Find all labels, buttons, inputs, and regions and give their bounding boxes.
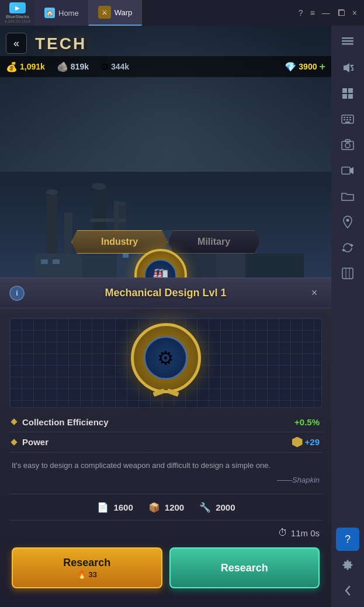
svg-point-20 — [46, 189, 58, 195]
help-control[interactable]: ? — [299, 8, 303, 18]
research-gold-sub: 🔥 33 — [77, 570, 97, 579]
svg-rect-33 — [348, 94, 353, 99]
warp-tab-label: Warp — [115, 8, 133, 17]
research-gold-button[interactable]: Research 🔥 33 — [12, 547, 162, 588]
sidebar-settings-icon[interactable] — [336, 553, 359, 577]
research-gold-label: Research — [63, 557, 110, 569]
sidebar-expand-icon[interactable] — [336, 30, 359, 54]
svg-rect-13 — [53, 259, 60, 264]
cost-money-value: 1600 — [113, 502, 133, 512]
modal-attribution: ——Shapkin — [9, 473, 322, 489]
svg-rect-32 — [342, 94, 347, 99]
research-cost-num: 33 — [89, 570, 97, 579]
box-icon: 📦 — [147, 501, 161, 513]
fire-icon: 🔥 — [77, 570, 86, 579]
menu-control[interactable]: ≡ — [310, 8, 315, 18]
svg-rect-41 — [345, 122, 350, 123]
svg-marker-46 — [350, 167, 353, 174]
sidebar-volume-icon[interactable] — [336, 56, 359, 79]
window-controls: ? ≡ — ⧠ × — [299, 8, 364, 18]
modal-title: Mechanical Design Lvl 1 — [25, 287, 307, 299]
timer-row: ⏱ 11m 0s — [9, 525, 322, 543]
tech-title: TECH — [35, 34, 86, 53]
tab-warp[interactable]: ⚔ Warp — [89, 0, 143, 26]
minimize-control[interactable]: — — [322, 8, 330, 18]
svg-rect-39 — [346, 119, 348, 120]
wrench-icon: 🔧 — [198, 501, 212, 513]
cost-row: 📄 1600 📦 1200 🔧 2000 — [9, 494, 322, 521]
svg-rect-25 — [342, 43, 353, 45]
stat-power: Power +29 — [9, 432, 322, 453]
home-tab-label: Home — [58, 9, 79, 18]
tab-home[interactable]: 🏠 Home — [35, 0, 89, 26]
modal-gear-inner: ⚙ — [144, 336, 188, 380]
sidebar-location-icon[interactable] — [336, 210, 359, 234]
modal-content: ⚙ Collection Efficiency +0.5% — [0, 308, 331, 608]
svg-rect-12 — [41, 259, 48, 264]
modal-icon-area: ⚙ — [15, 323, 317, 393]
svg-rect-42 — [342, 141, 353, 150]
cost-box: 📦 1200 — [147, 501, 184, 513]
sidebar-keyboard-icon[interactable] — [336, 107, 359, 131]
svg-rect-45 — [342, 167, 350, 174]
sidebar-resize-icon[interactable] — [336, 262, 359, 285]
sidebar-refresh-icon[interactable] — [336, 236, 359, 259]
sidebar-screenshot-icon[interactable] — [336, 133, 359, 157]
bs-version: 4.240.20.1016 — [5, 19, 31, 23]
modal-panel: i Mechanical Design Lvl 1 × ⚙ — [0, 278, 331, 608]
restore-control[interactable]: ⧠ — [337, 8, 345, 18]
svg-rect-44 — [345, 140, 350, 142]
close-control[interactable]: × — [352, 8, 357, 18]
svg-rect-37 — [349, 117, 351, 118]
resource-bar: 💰 1,091k 🪨 819k ⚙ 344k 💎 3900 + — [0, 56, 331, 77]
svg-rect-31 — [348, 88, 353, 93]
close-button[interactable]: × — [307, 286, 322, 301]
stats-container: Collection Efficiency +0.5% Power +29 — [9, 412, 322, 453]
modal-gear-big: ⚙ — [131, 323, 201, 393]
gold-resource: 💰 1,091k — [6, 61, 45, 72]
sidebar-record-icon[interactable] — [336, 159, 359, 182]
help-icon: ? — [345, 533, 351, 546]
modal-header: i Mechanical Design Lvl 1 × — [0, 279, 331, 308]
stat-diamond-1 — [11, 418, 17, 425]
back-button[interactable]: « — [6, 33, 27, 54]
gear-decoration — [153, 390, 179, 395]
sidebar-back-icon[interactable] — [336, 579, 359, 602]
money-icon: 📄 — [96, 501, 110, 513]
svg-rect-36 — [346, 117, 348, 118]
silver-resource: 🪨 819k — [57, 61, 89, 72]
svg-point-22 — [117, 202, 127, 206]
game-area: 💰 1,091k 🪨 819k ⚙ 344k 💎 3900 + « TECH — [0, 26, 331, 607]
shield-icon — [292, 437, 303, 448]
svg-rect-40 — [349, 119, 351, 120]
sidebar-folder-icon[interactable] — [336, 185, 359, 208]
bluestacks-titlebar: BlueStacks 4.240.20.1016 🏠 Home ⚔ Warp ?… — [0, 0, 364, 26]
power-value: +29 — [292, 437, 320, 448]
cost-box-value: 1200 — [165, 502, 184, 512]
research-teal-button[interactable]: Research — [169, 547, 320, 588]
warp-tab-icon: ⚔ — [98, 6, 111, 19]
sidebar-grid-icon[interactable] — [336, 82, 359, 105]
iron-resource: ⚙ 344k — [100, 61, 129, 72]
stat-diamond-2 — [11, 439, 17, 445]
svg-rect-23 — [342, 37, 353, 39]
modal-description: It's easy to design a complicated weapon… — [9, 453, 322, 474]
svg-point-43 — [345, 143, 350, 148]
svg-rect-30 — [342, 88, 347, 93]
svg-rect-17 — [123, 254, 129, 258]
svg-rect-38 — [344, 119, 345, 120]
action-buttons: Research 🔥 33 Research — [9, 543, 322, 598]
info-button[interactable]: i — [9, 286, 25, 301]
add-gems-button[interactable]: + — [319, 61, 325, 73]
stat-collection-efficiency: Collection Efficiency +0.5% — [9, 412, 322, 432]
timer-value: 11m 0s — [291, 528, 320, 538]
modal-gear-icon: ⚙ — [157, 347, 174, 369]
svg-point-47 — [346, 219, 349, 222]
svg-marker-26 — [344, 63, 349, 72]
timer-icon: ⏱ — [278, 528, 287, 538]
home-tab-icon: 🏠 — [44, 8, 55, 18]
cost-wrench: 🔧 2000 — [198, 501, 235, 513]
cost-wrench-value: 2000 — [216, 502, 235, 512]
sidebar-help-button[interactable]: ? — [336, 528, 359, 551]
gems-resource: 💎 3900 + — [285, 61, 325, 73]
